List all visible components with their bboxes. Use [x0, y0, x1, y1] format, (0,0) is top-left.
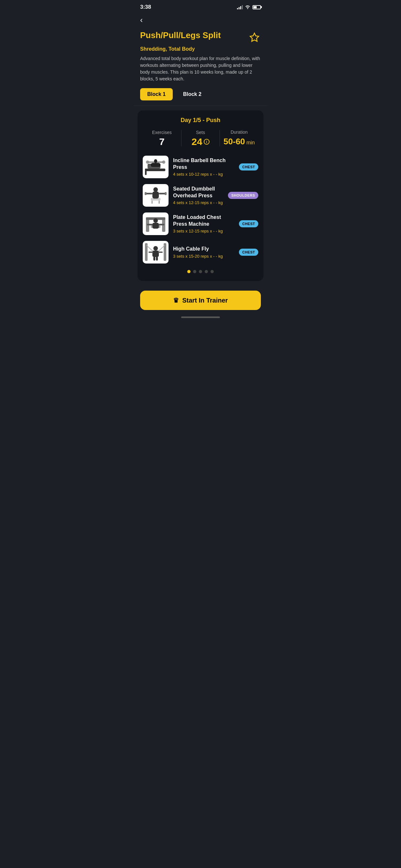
workout-description: Advanced total body workout plan for mus… [140, 55, 261, 82]
svg-point-31 [153, 246, 158, 251]
duration-unit: min [246, 140, 255, 145]
svg-rect-25 [147, 224, 153, 225]
duration-stat: Duration 50-60 min [220, 129, 258, 147]
pagination-dot-4[interactable] [205, 270, 208, 273]
star-icon [249, 32, 259, 42]
status-bar: 3:38 [134, 0, 267, 13]
incline-bench-press-illustration [144, 157, 167, 177]
battery-icon [252, 5, 261, 9]
sets-stat: Sets 24 i [181, 130, 220, 147]
pagination-dot-2[interactable] [193, 270, 196, 273]
exercise-name-3: Plate Loaded Chest Press Machine [173, 214, 235, 228]
sets-info: 24 i [191, 137, 209, 147]
wifi-icon [245, 4, 251, 10]
high-cable-fly-illustration [144, 243, 167, 262]
svg-rect-12 [158, 200, 160, 204]
status-time: 3:38 [140, 4, 151, 10]
svg-rect-33 [149, 252, 153, 253]
exercise-image-4 [143, 241, 168, 264]
duration-label: Duration [220, 129, 258, 135]
svg-rect-1 [146, 168, 165, 171]
exercise-tag-2: SHOULDERS [228, 192, 258, 199]
status-icons [237, 4, 261, 10]
exercise-name-1: Incline Barbell Bench Press [173, 157, 235, 171]
svg-rect-34 [158, 252, 163, 253]
exercise-info-2: Seated Dumbbell Overhead Press 4 sets x … [173, 186, 223, 206]
pagination-dot-3[interactable] [199, 270, 202, 273]
svg-rect-18 [165, 192, 166, 195]
favorite-button[interactable] [248, 31, 261, 45]
duration-value: 50-60 [223, 136, 245, 146]
back-button-area: ‹ [134, 13, 267, 27]
exercise-image-2 [143, 184, 168, 207]
svg-rect-17 [159, 193, 165, 194]
exercise-list: Incline Barbell Bench Press 4 sets x 10-… [143, 156, 258, 264]
workout-title: Push/Pull/Legs Split [140, 30, 248, 40]
exercise-info-1: Incline Barbell Bench Press 4 sets x 10-… [173, 157, 235, 177]
exercise-item[interactable]: High Cable Fly 3 sets x 15-20 reps x - -… [143, 241, 258, 264]
day-card: Day 1/5 - Push Exercises 7 Sets 24 i Dur… [137, 111, 264, 281]
exercise-item[interactable]: Incline Barbell Bench Press 4 sets x 10-… [143, 156, 258, 178]
svg-rect-16 [145, 192, 147, 195]
exercise-item[interactable]: Seated Dumbbell Overhead Press 4 sets x … [143, 184, 258, 207]
svg-rect-35 [153, 257, 155, 260]
pagination-dot-5[interactable] [211, 270, 214, 273]
exercises-stat: Exercises 7 [143, 130, 181, 147]
chest-press-machine-illustration [144, 214, 167, 234]
duration-value-row: 50-60 min [220, 136, 258, 147]
exercise-info-4: High Cable Fly 3 sets x 15-20 reps x - -… [173, 246, 235, 259]
svg-marker-0 [250, 33, 259, 41]
svg-rect-24 [152, 223, 159, 228]
exercise-name-4: High Cable Fly [173, 246, 235, 252]
exercise-image-3 [143, 213, 168, 235]
exercises-label: Exercises [143, 130, 181, 135]
sets-label: Sets [181, 130, 220, 135]
bottom-area: ♛ Start In Trainer [134, 285, 267, 313]
workout-subtitle: Shredding, Total Body [140, 46, 261, 52]
svg-rect-14 [152, 191, 159, 198]
svg-point-13 [153, 187, 158, 192]
exercise-info-3: Plate Loaded Chest Press Machine 3 sets … [173, 214, 235, 234]
info-icon[interactable]: i [204, 139, 210, 145]
svg-rect-15 [146, 193, 152, 194]
svg-rect-3 [145, 168, 147, 175]
start-button-label: Start In Trainer [182, 297, 227, 304]
sets-value: 24 [191, 137, 202, 147]
exercises-value: 7 [143, 137, 181, 147]
svg-point-8 [154, 159, 157, 163]
exercise-sets-3: 3 sets x 12-15 reps x - - kg [173, 228, 235, 234]
title-row: Push/Pull/Legs Split [140, 30, 261, 45]
svg-rect-11 [151, 200, 153, 204]
back-button[interactable]: ‹ [140, 16, 143, 24]
exercise-sets-4: 3 sets x 15-20 reps x - - kg [173, 254, 235, 259]
seated-dumbbell-illustration [144, 186, 167, 205]
exercise-item[interactable]: Plate Loaded Chest Press Machine 3 sets … [143, 213, 258, 235]
svg-rect-32 [152, 251, 159, 257]
day-title: Day 1/5 - Push [143, 117, 258, 124]
svg-rect-36 [156, 257, 158, 260]
pagination [143, 270, 258, 273]
svg-rect-9 [151, 163, 160, 167]
exercise-tag-4: CHEST [239, 249, 258, 256]
header-section: Push/Pull/Legs Split Shredding, Total Bo… [134, 27, 267, 106]
pagination-dot-1[interactable] [187, 270, 190, 273]
exercise-tag-3: CHEST [239, 220, 258, 227]
stats-row: Exercises 7 Sets 24 i Duration 50-60 min [143, 129, 258, 147]
block-tab-1[interactable]: Block 1 [140, 88, 173, 100]
block-tabs: Block 1 Block 2 [140, 88, 261, 100]
exercise-tag-1: CHEST [239, 163, 258, 170]
block-tab-2[interactable]: Block 2 [176, 88, 209, 100]
signal-icon [237, 5, 243, 9]
svg-point-23 [153, 218, 158, 223]
svg-rect-26 [158, 224, 164, 225]
crown-icon: ♛ [173, 297, 179, 304]
exercise-image-1 [143, 156, 168, 178]
home-bar [181, 316, 220, 318]
exercise-sets-1: 4 sets x 10-12 reps x - - kg [173, 172, 235, 177]
start-trainer-button[interactable]: ♛ Start In Trainer [140, 290, 261, 310]
exercise-sets-2: 4 sets x 12-15 reps x - - kg [173, 200, 223, 205]
home-indicator [134, 313, 267, 320]
exercise-name-2: Seated Dumbbell Overhead Press [173, 186, 223, 199]
